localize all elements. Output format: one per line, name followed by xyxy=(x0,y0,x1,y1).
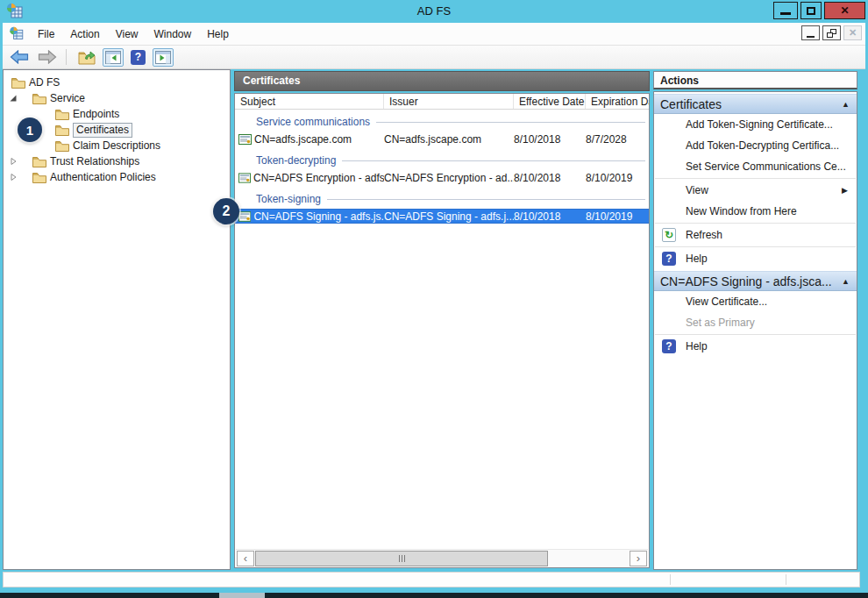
collapse-arrow-icon[interactable]: ▲ xyxy=(842,100,850,109)
action-pane-icon xyxy=(155,51,171,64)
panel-title: Certificates xyxy=(234,71,650,91)
horizontal-scrollbar: ‹ › xyxy=(236,549,648,566)
export-list-button[interactable] xyxy=(76,48,97,67)
group-header-token-decrypting: Token-decrypting xyxy=(256,153,645,167)
mdi-minimize-icon xyxy=(807,36,815,38)
folder-icon xyxy=(55,140,69,152)
menu-window[interactable]: Window xyxy=(146,25,200,44)
actions-section-certificates[interactable]: Certificates ▲ xyxy=(654,94,857,114)
action-set-service-communications-certificate[interactable]: Set Service Communications Ce... xyxy=(654,156,857,177)
console-app-icon xyxy=(9,26,25,41)
annotation-badge-1: 1 xyxy=(18,117,42,142)
scroll-left-button[interactable]: ‹ xyxy=(237,551,254,566)
action-add-token-decrypting-certificate[interactable]: Add Token-Decrypting Certifica... xyxy=(654,135,857,156)
forward-button[interactable] xyxy=(36,48,59,66)
cert-expiration-date: 8/7/2028 xyxy=(586,133,650,146)
tree-item-label: Service xyxy=(50,92,85,104)
collapsed-arrow-icon[interactable] xyxy=(9,157,18,166)
folder-icon xyxy=(32,93,46,104)
cert-effective-date: 8/10/2018 xyxy=(514,133,586,146)
folder-icon xyxy=(32,172,46,183)
action-new-window-from-here[interactable]: New Window from Here xyxy=(654,201,857,222)
statusbar xyxy=(3,572,860,587)
folder-export-icon xyxy=(78,50,96,65)
tree-item-service[interactable]: Service xyxy=(4,90,230,106)
certificate-row-selected[interactable]: CN=ADFS Signing - adfs.js... CN=ADFS Sig… xyxy=(235,209,650,224)
column-headers: Subject Issuer Effective Date Expiration… xyxy=(235,94,650,110)
certificate-icon xyxy=(238,173,251,183)
actions-section-selected-certificate[interactable]: CN=ADFS Signing - adfs.jsca... ▲ xyxy=(654,271,857,291)
group-header-service-communications: Service communications xyxy=(256,115,645,129)
cert-issuer: CN=ADFS Encryption - ad... xyxy=(384,172,514,184)
actions-panel-body: Certificates ▲ Add Token-Signing Certifi… xyxy=(653,91,857,570)
cert-issuer: CN=ADFS Signing - adfs.j... xyxy=(384,210,514,223)
expanded-arrow-icon[interactable] xyxy=(9,94,18,103)
maximize-icon xyxy=(807,7,815,15)
column-header-expiration-date[interactable]: Expiration Date xyxy=(586,94,650,109)
folder-icon xyxy=(32,156,46,167)
toolbar: ? xyxy=(3,46,865,69)
folder-icon xyxy=(11,77,25,89)
forward-arrow-icon xyxy=(38,50,57,64)
action-help-2[interactable]: ? Help xyxy=(654,336,857,357)
certificate-icon xyxy=(238,211,251,222)
back-button[interactable] xyxy=(8,48,31,66)
mdi-restore-button[interactable] xyxy=(822,25,841,40)
tree-item-label: Trust Relationships xyxy=(50,155,139,167)
show-console-tree-button[interactable] xyxy=(103,48,124,67)
certificate-row[interactable]: CN=adfs.jscape.com CN=adfs.jscape.com 8/… xyxy=(235,132,650,146)
menu-view[interactable]: View xyxy=(108,25,146,44)
tree-item-trust-relationships[interactable]: Trust Relationships xyxy=(4,153,230,169)
help-button[interactable]: ? xyxy=(129,48,147,67)
menu-file[interactable]: File xyxy=(30,25,62,44)
actions-panel: Actions Certificates ▲ Add Token-Signing… xyxy=(653,71,857,570)
cert-subject: CN=ADFS Signing - adfs.js... xyxy=(253,210,384,223)
cert-expiration-date: 8/10/2019 xyxy=(586,210,650,223)
mdi-minimize-button[interactable] xyxy=(801,25,820,40)
show-action-pane-button[interactable] xyxy=(153,48,174,67)
tree-item-label: Authentication Policies xyxy=(50,171,156,183)
scrollbar-thumb[interactable] xyxy=(255,551,548,566)
action-view[interactable]: View ▶ xyxy=(654,180,857,201)
tree-item-label: AD FS xyxy=(29,76,60,89)
actions-panel-title: Actions xyxy=(653,71,857,89)
cert-effective-date: 8/10/2018 xyxy=(514,210,586,223)
action-help[interactable]: ? Help xyxy=(654,248,857,269)
mdi-close-icon: ✕ xyxy=(849,27,857,39)
window-title: AD FS xyxy=(0,0,868,23)
column-header-effective-date[interactable]: Effective Date xyxy=(514,94,586,109)
help-icon: ? xyxy=(662,252,676,266)
close-button[interactable]: ✕ xyxy=(824,2,865,19)
menu-help[interactable]: Help xyxy=(199,25,237,44)
tree-item-authentication-policies[interactable]: Authentication Policies xyxy=(4,169,230,185)
statusbar-divider xyxy=(786,574,786,585)
refresh-icon: ↻ xyxy=(662,228,676,242)
action-view-certificate[interactable]: View Certificate... xyxy=(654,291,857,312)
column-header-subject[interactable]: Subject xyxy=(235,94,384,109)
tree-item-label-selected: Certificates xyxy=(73,123,132,138)
folder-icon xyxy=(55,125,69,136)
collapse-arrow-icon[interactable]: ▲ xyxy=(842,277,850,286)
tree-item-adfs[interactable]: AD FS xyxy=(4,75,230,90)
column-header-issuer[interactable]: Issuer xyxy=(384,94,514,109)
titlebar: AD FS ✕ xyxy=(0,0,868,23)
tree-item-claim-descriptions[interactable]: Claim Descriptions xyxy=(4,138,230,153)
actions-separator xyxy=(655,246,856,247)
maximize-button[interactable] xyxy=(800,2,822,19)
actions-separator xyxy=(655,178,856,179)
mdi-restore-icon xyxy=(827,29,836,38)
tree-item-label: Claim Descriptions xyxy=(73,139,160,152)
menubar: File Action View Window Help ✕ xyxy=(3,23,865,46)
action-add-token-signing-certificate[interactable]: Add Token-Signing Certificate... xyxy=(654,114,857,135)
help-icon: ? xyxy=(131,50,146,65)
menu-action[interactable]: Action xyxy=(62,25,107,44)
taskbar-edge xyxy=(0,593,868,598)
certificates-panel: Certificates Subject Issuer Effective Da… xyxy=(234,71,650,570)
action-refresh[interactable]: ↻ Refresh xyxy=(654,224,857,246)
minimize-button[interactable] xyxy=(773,2,798,19)
group-header-token-signing: Token-signing xyxy=(256,192,645,206)
certificate-row[interactable]: CN=ADFS Encryption - adfs... CN=ADFS Enc… xyxy=(235,170,650,185)
actions-separator xyxy=(655,223,856,224)
scroll-right-button[interactable]: › xyxy=(630,551,647,566)
collapsed-arrow-icon[interactable] xyxy=(9,173,18,182)
